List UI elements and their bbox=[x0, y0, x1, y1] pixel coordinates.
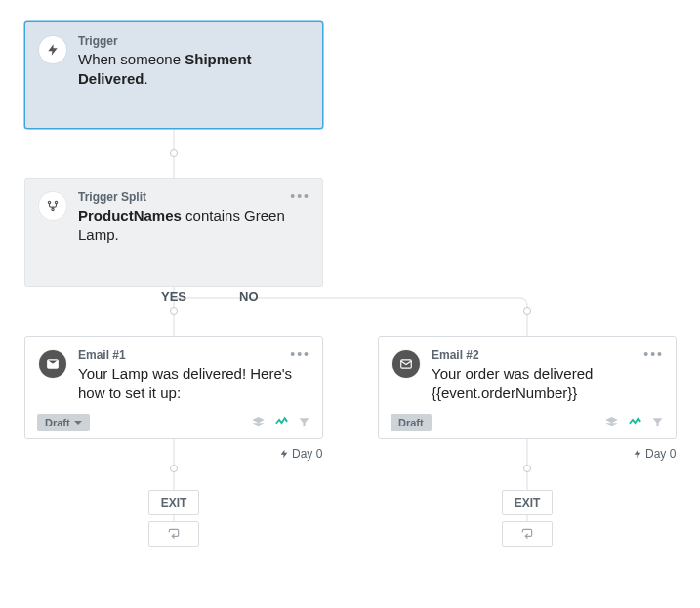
svg-point-11 bbox=[48, 201, 50, 203]
analytics-icon[interactable] bbox=[274, 415, 289, 429]
mail-icon bbox=[392, 350, 420, 378]
day-label-yes: Day 0 bbox=[279, 447, 322, 461]
email-no-description: Your order was delivered {{event.orderNu… bbox=[432, 364, 662, 404]
more-menu-icon[interactable]: ••• bbox=[290, 346, 310, 362]
svg-point-9 bbox=[524, 466, 531, 472]
svg-point-6 bbox=[171, 466, 178, 472]
layers-icon[interactable] bbox=[604, 415, 619, 429]
trigger-description: When someone Shipment Delivered. bbox=[78, 50, 309, 90]
svg-point-13 bbox=[52, 208, 54, 210]
draft-badge[interactable]: Draft bbox=[37, 414, 90, 431]
draft-badge: Draft bbox=[391, 414, 432, 431]
split-node[interactable]: Trigger Split ProductNames contains Gree… bbox=[24, 178, 323, 287]
exit-button[interactable]: EXIT bbox=[148, 490, 199, 515]
email-yes-description: Your Lamp was delivered! Here's how to s… bbox=[78, 364, 309, 404]
split-caption: Trigger Split bbox=[78, 190, 309, 204]
branch-no-label: NO bbox=[239, 289, 259, 304]
svg-point-1 bbox=[171, 150, 178, 157]
day-label-no: Day 0 bbox=[633, 447, 676, 461]
trigger-caption: Trigger bbox=[78, 34, 309, 48]
loop-button[interactable] bbox=[148, 521, 199, 547]
more-menu-icon[interactable]: ••• bbox=[643, 346, 664, 362]
email-no-node[interactable]: Email #2 Your order was delivered {{even… bbox=[378, 336, 677, 439]
trigger-node[interactable]: Trigger When someone Shipment Delivered. bbox=[24, 21, 323, 129]
loop-button[interactable] bbox=[502, 521, 553, 547]
branch-yes-label: YES bbox=[161, 289, 186, 304]
filter-icon[interactable] bbox=[651, 416, 664, 428]
svg-point-12 bbox=[55, 201, 57, 203]
caret-down-icon bbox=[74, 421, 82, 425]
email-yes-node[interactable]: Email #1 Your Lamp was delivered! Here's… bbox=[24, 336, 323, 439]
more-menu-icon[interactable]: ••• bbox=[290, 188, 310, 204]
email-no-caption: Email #2 bbox=[432, 348, 662, 362]
svg-point-4 bbox=[524, 308, 531, 315]
bolt-icon bbox=[39, 36, 66, 63]
split-description: ProductNames contains Green Lamp. bbox=[78, 206, 309, 246]
branch-icon bbox=[39, 192, 66, 220]
draft-label: Draft bbox=[398, 417, 424, 428]
filter-icon[interactable] bbox=[298, 416, 310, 428]
draft-label: Draft bbox=[45, 417, 70, 428]
email-yes-caption: Email #1 bbox=[78, 348, 309, 362]
svg-point-3 bbox=[171, 308, 178, 315]
exit-button[interactable]: EXIT bbox=[502, 490, 553, 515]
mail-icon bbox=[39, 350, 66, 378]
analytics-icon[interactable] bbox=[628, 415, 642, 429]
layers-icon[interactable] bbox=[251, 415, 266, 429]
